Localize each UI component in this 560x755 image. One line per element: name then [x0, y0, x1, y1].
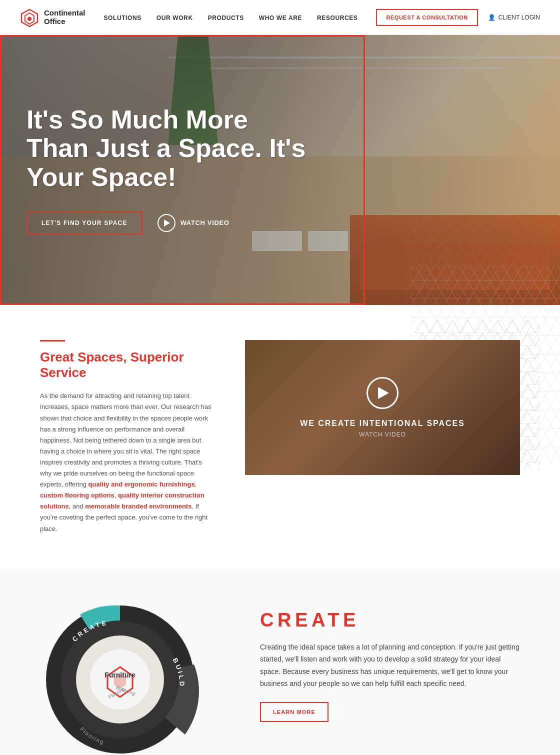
video-play-icon: [378, 387, 389, 399]
hero-title: It's So Much More Than Just a Space. It'…: [26, 106, 316, 192]
logo[interactable]: Continental Office: [20, 8, 86, 27]
create-right: CREATE Creating the ideal space takes a …: [260, 600, 520, 722]
logo-icon: [20, 8, 39, 27]
video-play-button[interactable]: [366, 377, 398, 409]
video-subtitle: WATCH VIDEO: [359, 431, 406, 438]
svg-text:Furniture: Furniture: [104, 671, 136, 679]
play-icon: [158, 214, 176, 232]
nav-right: REQUEST A CONSULTATION 👤 CLIENT LOGIN: [376, 9, 540, 26]
nav-our-work[interactable]: OUR WORK: [156, 14, 193, 22]
great-spaces-text: Great Spaces, Superior Service As the de…: [40, 340, 215, 534]
navigation: Continental Office SOLUTIONS OUR WORK PR…: [0, 0, 560, 35]
create-section: Furniture Flooring Branding CREATE BUILD…: [0, 570, 560, 755]
section-rule: [40, 340, 65, 342]
nav-links: SOLUTIONS OUR WORK PRODUCTS WHO WE ARE R…: [104, 13, 358, 22]
watch-video-button[interactable]: WATCH VIDEO: [158, 214, 230, 232]
video-thumbnail[interactable]: WE CREATE INTENTIONAL SPACES WATCH VIDEO: [245, 340, 520, 475]
request-consultation-button[interactable]: REQUEST A CONSULTATION: [376, 9, 478, 26]
great-spaces-body: As the demand for attracting and retaini…: [40, 390, 215, 534]
great-spaces-section: Great Spaces, Superior Service As the de…: [0, 305, 560, 570]
create-wheel: Furniture Flooring Branding CREATE BUILD…: [40, 600, 230, 755]
link-flooring[interactable]: custom flooring options: [40, 492, 114, 499]
video-title: WE CREATE INTENTIONAL SPACES: [300, 419, 464, 428]
user-icon: 👤: [488, 14, 496, 21]
play-triangle: [164, 220, 170, 226]
client-login-button[interactable]: 👤 CLIENT LOGIN: [488, 14, 540, 21]
nav-products[interactable]: PRODUCTS: [208, 14, 244, 22]
video-thumbnail-container: WE CREATE INTENTIONAL SPACES WATCH VIDEO: [245, 340, 520, 534]
great-spaces-heading: Great Spaces, Superior Service: [40, 350, 215, 380]
wheel-diagram: Furniture Flooring Branding CREATE BUILD…: [40, 600, 200, 755]
hero-section: It's So Much More Than Just a Space. It'…: [0, 35, 560, 305]
find-space-button[interactable]: LET'S FIND YOUR SPACE: [26, 212, 142, 234]
svg-marker-2: [28, 16, 32, 22]
nav-solutions[interactable]: SOLUTIONS: [104, 14, 141, 22]
hero-triangle-pattern: [405, 215, 555, 305]
logo-text: Continental Office: [44, 9, 86, 26]
hero-content: It's So Much More Than Just a Space. It'…: [0, 35, 365, 305]
nav-who-we-are[interactable]: WHO WE ARE: [259, 14, 302, 22]
create-heading: CREATE: [260, 610, 520, 631]
link-branded[interactable]: memorable branded environments: [85, 502, 192, 510]
hero-actions: LET'S FIND YOUR SPACE WATCH VIDEO: [26, 212, 338, 234]
link-furnishings[interactable]: quality and ergonomic furnishings: [88, 480, 195, 488]
nav-resources[interactable]: RESOURCES: [317, 14, 358, 22]
create-body: Creating the ideal space takes a lot of …: [260, 641, 520, 690]
svg-rect-4: [405, 215, 555, 305]
learn-more-button[interactable]: LEARN MORE: [260, 702, 328, 722]
